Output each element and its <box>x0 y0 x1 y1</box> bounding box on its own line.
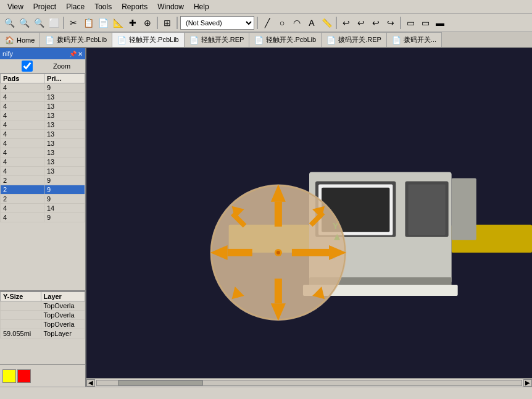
toolbar-arc[interactable]: ◠ <box>290 16 304 30</box>
toolbar-sep-5 <box>336 17 337 29</box>
toolbar-zoom-fit[interactable]: 🔍 <box>2 16 16 30</box>
svg-rect-19 <box>275 202 282 227</box>
toolbar-more2[interactable]: ▭ <box>418 16 432 30</box>
pad-table-row[interactable]: 29 <box>1 195 85 204</box>
pad-table-row[interactable]: 49 <box>1 83 85 93</box>
pad-table-row[interactable]: 49 <box>1 213 85 222</box>
pad-table-row[interactable]: 413 <box>1 120 85 130</box>
tab-rep-2[interactable]: 📄 拨码开关.REP <box>322 32 387 47</box>
tab-pcblib-1[interactable]: 📄 拨码开关.PcbLib <box>40 32 112 47</box>
tab-home[interactable]: 🏠 Home <box>0 32 40 47</box>
panel-title-buttons: 📌 ✕ <box>69 51 83 57</box>
pri-cell: 13 <box>44 139 85 148</box>
prop-table-row: 59.055miTopLayer <box>1 329 85 338</box>
h-scrolltrack[interactable] <box>96 380 522 386</box>
rep-icon-1: 📄 <box>189 36 199 44</box>
toolbar-zoom-in[interactable]: 🔍 <box>17 16 31 30</box>
color-bar <box>0 364 85 387</box>
toolbar-redo[interactable]: ↪ <box>384 16 397 30</box>
scroll-left-btn[interactable]: ◀ <box>86 379 95 387</box>
pad-table-row[interactable]: 413 <box>1 167 85 176</box>
toolbar-text[interactable]: A <box>305 16 318 30</box>
svg-point-27 <box>276 251 280 254</box>
rep-icon-2: 📄 <box>326 36 336 44</box>
menu-project[interactable]: Project <box>28 1 61 12</box>
toolbar-line[interactable]: ╱ <box>260 16 274 30</box>
canvas-area[interactable]: Y Z <box>86 48 532 387</box>
pad-table-row[interactable]: 413 <box>1 139 85 148</box>
pad-table-row[interactable]: 413 <box>1 111 85 120</box>
col-pri: Pri... <box>44 74 85 83</box>
tab-pcblib-1-label: 拨码开关.PcbLib <box>57 35 107 44</box>
menu-reports[interactable]: Reports <box>117 1 152 12</box>
toolbar-ruler[interactable]: 📏 <box>320 16 333 30</box>
tab-rep-1[interactable]: 📄 轻触开关.REP <box>185 32 250 47</box>
color-swatch-yellow[interactable] <box>2 369 16 383</box>
tab-home-label: Home <box>17 36 35 44</box>
toolbar-grid[interactable]: ⊞ <box>160 16 174 30</box>
menu-view[interactable]: View <box>2 1 28 12</box>
zoom-checkbox[interactable] <box>2 61 52 72</box>
tab-pcblib-4-label: 拨码开关... <box>404 35 436 44</box>
tab-pcblib-2[interactable]: 📄 轻触开关.PcbLib <box>112 32 185 48</box>
toolbar-undo-arc3[interactable]: ↩ <box>369 16 383 30</box>
toolbar-zoom-select[interactable]: ⬜ <box>47 16 60 30</box>
prop-table-row: TopOverla <box>1 311 85 320</box>
toolbar-sep-3 <box>177 17 178 29</box>
tab-pcblib-3-label: 轻触开关.PcbLib <box>266 35 316 44</box>
pad-table-row[interactable]: 29 <box>1 176 85 185</box>
svg-rect-25 <box>292 249 329 256</box>
pad-table-row[interactable]: 413 <box>1 130 85 139</box>
pri-cell: 13 <box>44 167 85 176</box>
pri-cell: 9 <box>44 195 85 204</box>
svg-rect-9 <box>452 178 476 240</box>
pad-table-row[interactable]: 413 <box>1 102 85 111</box>
pad-cell: 4 <box>1 93 44 102</box>
pad-cell: 4 <box>1 102 44 111</box>
toolbar-copy[interactable]: 📋 <box>81 16 95 30</box>
panel-close-btn[interactable]: ✕ <box>78 51 83 57</box>
pri-cell: 13 <box>44 148 85 158</box>
menu-help[interactable]: Help <box>189 1 214 12</box>
scroll-right-btn[interactable]: ▶ <box>523 379 532 387</box>
tab-pcblib-4[interactable]: 📄 拨码开关... <box>387 32 442 47</box>
toolbar-more1[interactable]: ▭ <box>404 16 417 30</box>
toolbar-zoom-out[interactable]: 🔍 <box>32 16 46 30</box>
toolbar-paste[interactable]: 📄 <box>96 16 110 30</box>
toolbar-undo-arc2[interactable]: ↩ <box>354 16 368 30</box>
pri-cell: 13 <box>44 130 85 139</box>
prop-table: Y-Size Layer TopOverlaTopOverlaTopOverla… <box>0 290 85 364</box>
menu-place[interactable]: Place <box>61 1 89 12</box>
toolbar-sep-6 <box>400 17 401 29</box>
ysize-cell: 59.055mi <box>1 329 41 338</box>
toolbar-cross[interactable]: ✚ <box>126 16 139 30</box>
toolbar-move[interactable]: ⊕ <box>141 16 154 30</box>
toolbar-more3[interactable]: ▬ <box>433 16 447 30</box>
pad-table-row[interactable]: 413 <box>1 158 85 167</box>
zoom-label: Zoom <box>53 62 70 70</box>
h-scrollthumb[interactable] <box>118 380 203 385</box>
pad-cell: 4 <box>1 204 44 213</box>
pcblib-icon-1: 📄 <box>45 36 54 44</box>
toolbar-circle[interactable]: ○ <box>275 16 289 30</box>
toolbar-cut[interactable]: ✂ <box>67 16 80 30</box>
pri-cell: 9 <box>44 185 85 195</box>
layer-cell: TopOverla <box>41 311 85 320</box>
menu-tools[interactable]: Tools <box>89 1 117 12</box>
toolbar-layer-dropdown[interactable]: (Not Saved) <box>180 16 254 30</box>
panel-pin-btn[interactable]: 📌 <box>69 51 77 57</box>
pad-cell: 4 <box>1 111 44 120</box>
pcblib-icon-2: 📄 <box>117 36 127 44</box>
menu-window[interactable]: Window <box>152 1 189 12</box>
pad-table-row[interactable]: 413 <box>1 148 85 158</box>
color-swatch-red[interactable] <box>17 369 31 383</box>
toolbar-undo-arc1[interactable]: ↩ <box>339 16 353 30</box>
pad-cell: 4 <box>1 158 44 167</box>
h-scrollbar[interactable]: ◀ ▶ <box>86 378 532 387</box>
pad-table-row[interactable]: 414 <box>1 204 85 213</box>
pad-table-row[interactable]: 413 <box>1 93 85 102</box>
toolbar-draw-line[interactable]: 📐 <box>111 16 125 30</box>
tab-pcblib-3[interactable]: 📄 轻触开关.PcbLib <box>249 32 322 47</box>
pad-cell: 2 <box>1 195 44 204</box>
pad-table-row[interactable]: 29 <box>1 185 85 195</box>
